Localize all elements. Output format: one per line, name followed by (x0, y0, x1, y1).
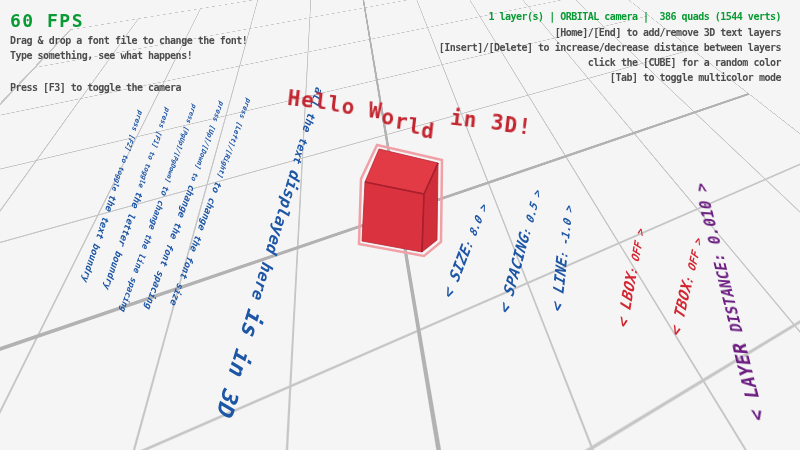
title-letter: d (420, 118, 436, 143)
title-letter: ! (517, 114, 533, 139)
hint-multicolor: [Tab] to toggle multicolor mode (610, 72, 781, 83)
hint-cube-color: click the [CUBE] for a random color (588, 57, 781, 68)
instruction-drag-drop: Drag & drop a font file to change the fo… (10, 35, 247, 46)
hint-layer-distance: [Insert]/[Delete] to increase/decrease d… (439, 42, 781, 53)
instruction-camera-toggle: Press [F3] to toggle the camera (10, 82, 181, 93)
fps-counter: 60 FPS (10, 10, 84, 31)
app-window: press [F2] to toggle the text boundry pr… (0, 0, 800, 450)
cube[interactable] (348, 136, 452, 262)
hint-layers: [Home]/[End] to add/remove 3D text layer… (555, 27, 781, 38)
status-bar: 1 layer(s) | ORBITAL camera | 386 quads … (488, 11, 781, 22)
instruction-type: Type something, see what happens! (10, 50, 192, 61)
